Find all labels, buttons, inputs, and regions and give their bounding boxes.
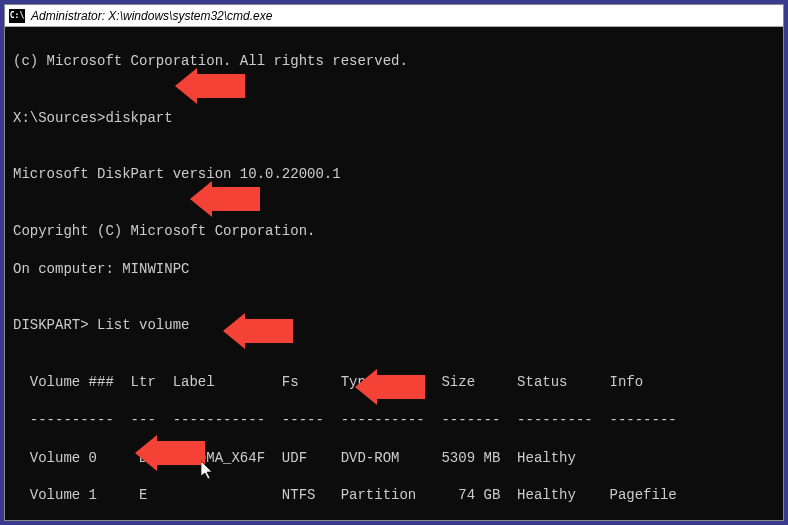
window-title: Administrator: X:\windows\system32\cmd.e… bbox=[31, 9, 272, 23]
table-divider: ---------- --- ----------- ----- -------… bbox=[13, 411, 775, 430]
terminal-output[interactable]: (c) Microsoft Corporation. All rights re… bbox=[5, 27, 783, 520]
titlebar[interactable]: C:\ Administrator: X:\windows\system32\c… bbox=[5, 5, 783, 27]
table-header: Volume ### Ltr Label Fs Type Size Status… bbox=[13, 373, 775, 392]
output-line: Microsoft DiskPart version 10.0.22000.1 bbox=[13, 165, 775, 184]
prompt-line: DISKPART> List volume bbox=[13, 316, 775, 335]
table-row: Volume 0 D CCCOMA_X64F UDF DVD-ROM 5309 … bbox=[13, 449, 775, 468]
table-row: Volume 1 E NTFS Partition 74 GB Healthy … bbox=[13, 486, 775, 505]
output-line: On computer: MINWINPC bbox=[13, 260, 775, 279]
output-line: (c) Microsoft Corporation. All rights re… bbox=[13, 52, 775, 71]
prompt-line: X:\Sources>diskpart bbox=[13, 109, 775, 128]
cmd-icon: C:\ bbox=[9, 9, 25, 23]
output-line: Copyright (C) Microsoft Corporation. bbox=[13, 222, 775, 241]
cmd-window: C:\ Administrator: X:\windows\system32\c… bbox=[4, 4, 784, 521]
